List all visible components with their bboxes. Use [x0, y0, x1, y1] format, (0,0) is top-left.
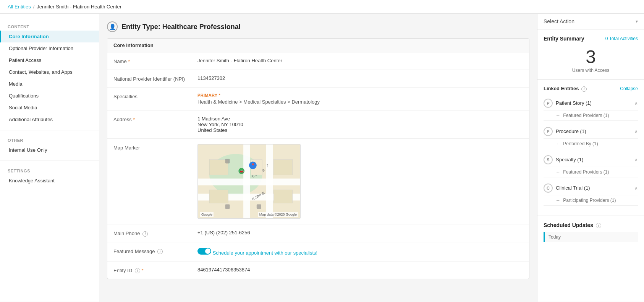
linked-entities-title-text: Linked Entities i — [544, 86, 587, 92]
sidebar-divider-2 — [0, 161, 99, 161]
sidebar-item-additional-attributes[interactable]: Additional Attributes — [0, 114, 99, 125]
map-container: E 24th St E 23rd St 📍 — [197, 144, 301, 219]
svg-text:🚗: 🚗 — [239, 169, 244, 173]
sidebar-item-patient-access[interactable]: Patient Access — [0, 54, 99, 66]
sidebar-divider-1 — [0, 130, 99, 130]
svg-rect-19 — [225, 204, 230, 209]
linked-entity-sub-clinical-trial[interactable]: ← Participating Providers (1) — [544, 195, 638, 206]
total-activities-link[interactable]: 0 Total Activities — [605, 36, 638, 41]
main-phone-info-icon[interactable]: i — [142, 231, 148, 237]
linked-entity-specialty: S Specialty (1) ∧ ← Featured Providers (… — [544, 153, 638, 177]
label-main-phone: Main Phone i — [113, 230, 190, 237]
breadcrumb-current: Jennifer Smith - Flatiron Health Center — [37, 4, 121, 10]
label-featured-message: Featured Message i — [113, 248, 190, 255]
linked-entity-name-specialty: Specialty (1) — [556, 157, 631, 162]
collapse-link[interactable]: Collapse — [620, 86, 638, 91]
entity-header: 👤 Entity Type: Healthcare Professional — [107, 21, 529, 32]
value-map-marker: E 24th St E 23rd St 📍 — [197, 144, 523, 219]
value-address: 1 Madison Ave New York, NY 10010 United … — [197, 116, 523, 133]
sidebar-item-social-media[interactable]: Social Media — [0, 102, 99, 114]
linked-entity-row-patient-story[interactable]: P Patient Story (1) ∧ — [544, 96, 638, 110]
linked-entity-badge-S: S — [544, 155, 553, 164]
main-layout: Content Core Information Optional Provid… — [0, 14, 644, 302]
users-with-access-label: Users with Access — [544, 68, 638, 73]
entity-summary-header: Entity Summary 0 Total Activities — [544, 36, 638, 42]
linked-entity-sub-procedure[interactable]: ← Performed By (1) — [544, 139, 638, 149]
value-entity-id: 8461974417306353874 — [197, 267, 523, 273]
value-name: Jennifer Smith - Flatiron Health Center — [197, 58, 523, 63]
sidebar-item-knowledge-assistant[interactable]: Knowledge Assistant — [0, 175, 99, 187]
featured-message-info-icon[interactable]: i — [157, 249, 163, 254]
linked-entity-row-specialty[interactable]: S Specialty (1) ∧ — [544, 153, 638, 167]
select-action-button[interactable]: Select Action ▾ — [537, 14, 644, 29]
map-pin-green: 🚗 — [238, 168, 244, 174]
linked-entity-badge-C: C — [544, 183, 553, 193]
label-entity-id: Entity ID i * — [113, 267, 190, 274]
address-line3: United States — [197, 127, 523, 133]
sidebar-item-internal-use-only[interactable]: Internal Use Only — [0, 144, 99, 156]
featured-message-link[interactable]: Schedule your appointment with our speci… — [213, 250, 318, 256]
svg-rect-11 — [209, 190, 228, 203]
sidebar-item-qualifications[interactable]: Qualifications — [0, 90, 99, 102]
label-name: Name * — [113, 58, 190, 64]
field-address: Address * 1 Madison Ave New York, NY 100… — [107, 110, 529, 139]
linked-entity-badge-P2: P — [544, 127, 553, 136]
linked-entities-info-icon[interactable]: i — [581, 86, 587, 92]
sidebar-item-contact-websites-apps[interactable]: Contact, Websites, and Apps — [0, 66, 99, 78]
linked-entity-row-clinical-trial[interactable]: C Clinical Trial (1) ∧ — [544, 181, 638, 195]
toggle-thumb — [205, 248, 210, 254]
core-information-card: Core Information Name * Jennifer Smith -… — [107, 38, 529, 279]
sidebar: Content Core Information Optional Provid… — [0, 14, 99, 302]
required-star-address: * — [133, 117, 135, 122]
linked-entity-name-patient-story: Patient Story (1) — [556, 100, 631, 106]
field-specialties: Specialties PRIMARY * Health & Medicine … — [107, 88, 529, 110]
right-panel: Select Action ▾ Entity Summary 0 Total A… — [537, 14, 644, 302]
field-map-marker: Map Marker — [107, 139, 529, 224]
field-npi: National Provider Identifier (NPI) 11345… — [107, 70, 529, 88]
address-line1: 1 Madison Ave — [197, 116, 523, 122]
field-entity-id: Entity ID i * 8461974417306353874 — [107, 261, 529, 279]
scheduled-updates-info-icon[interactable]: i — [596, 223, 601, 228]
linked-entities-title: Linked Entities — [544, 86, 579, 91]
featured-message-toggle[interactable] — [197, 248, 211, 255]
linked-entity-row-procedure[interactable]: P Procedure (1) ∧ — [544, 125, 638, 139]
arrow-left-icon-4: ← — [556, 198, 560, 203]
linked-entity-sub-specialty[interactable]: ← Featured Providers (1) — [544, 167, 638, 177]
form-card-header: Core Information — [107, 39, 529, 52]
field-main-phone: Main Phone i +1 (US) (202) 251-6256 — [107, 224, 529, 242]
svg-rect-4 — [243, 145, 250, 218]
users-with-access-count: 3 — [544, 48, 638, 66]
toggle-track[interactable] — [197, 248, 211, 255]
linked-entity-badge-P1: P — [544, 99, 553, 108]
entity-id-info-icon[interactable]: i — [135, 268, 140, 273]
linked-entity-chevron-clinical-trial: ∧ — [634, 185, 638, 191]
linked-entity-sub-patient-story[interactable]: ← Featured Providers (1) — [544, 110, 638, 121]
map-attribution: Map data ©2020 Google — [258, 212, 298, 217]
sidebar-section-settings: Settings — [0, 166, 99, 175]
label-specialties: Specialties — [113, 93, 190, 99]
svg-rect-5 — [266, 145, 273, 218]
specialty-path: Health & Medicine > Medical Specialties … — [197, 99, 523, 105]
breadcrumb-all-entities[interactable]: All Entities — [8, 4, 31, 10]
arrow-left-icon-3: ← — [556, 169, 560, 175]
sidebar-item-optional-provider-information[interactable]: Optional Provider Information — [0, 42, 99, 54]
svg-rect-18 — [257, 204, 261, 209]
primary-badge: PRIMARY * — [197, 93, 523, 97]
linked-entity-name-procedure: Procedure (1) — [556, 128, 631, 134]
svg-text:↑: ↑ — [266, 162, 269, 168]
linked-entity-patient-story: P Patient Story (1) ∧ ← Featured Provide… — [544, 96, 638, 121]
linked-entity-name-clinical-trial: Clinical Trial (1) — [556, 185, 631, 191]
label-address: Address * — [113, 116, 190, 122]
linked-entity-procedure: P Procedure (1) ∧ ← Performed By (1) — [544, 125, 638, 149]
linked-entity-chevron-specialty: ∧ — [634, 157, 638, 162]
value-specialties: PRIMARY * Health & Medicine > Medical Sp… — [197, 93, 523, 105]
sidebar-item-core-information[interactable]: Core Information — [0, 31, 99, 42]
address-line2: New York, NY 10010 — [197, 122, 523, 127]
entity-summary-title: Entity Summary — [544, 36, 584, 42]
scheduled-updates: Scheduled Updates i Today — [537, 216, 644, 248]
sidebar-section-other: Other — [0, 135, 99, 144]
linked-entity-chevron-procedure: ∧ — [634, 129, 638, 134]
sidebar-section-content: Content — [0, 21, 99, 31]
scheduled-updates-title: Scheduled Updates i — [544, 222, 638, 228]
sidebar-item-media[interactable]: Media — [0, 78, 99, 90]
